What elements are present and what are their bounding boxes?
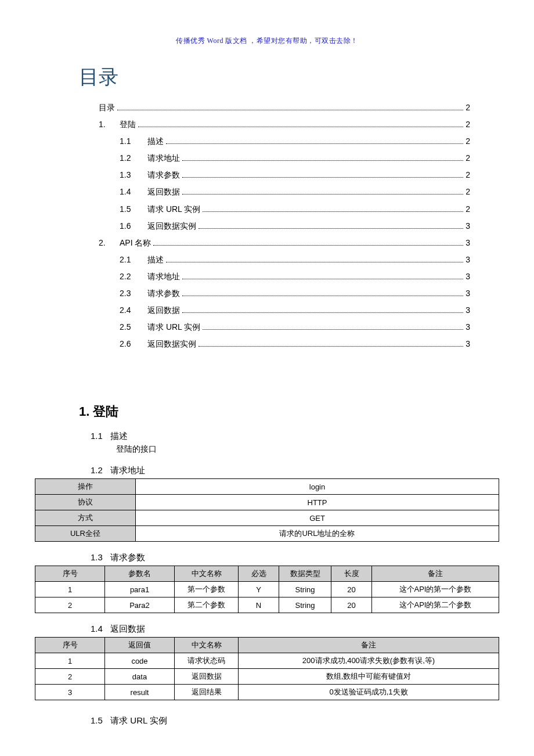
request-address-table: 操作 login 协议 HTTP 方式 GET ULR全径 请求的URL地址的全…: [35, 478, 499, 542]
return-cell-name: data: [105, 669, 175, 685]
toc-item-label: 描述: [147, 253, 164, 267]
toc-leader-dots: [182, 157, 463, 161]
section-1-1-heading: 1.1 描述: [91, 431, 499, 442]
toc-item[interactable]: 目录2: [99, 101, 470, 114]
return-header-cn: 中文名称: [175, 638, 239, 653]
toc-item[interactable]: 1.1描述2: [99, 135, 470, 148]
addr-header-protocol: 协议: [35, 495, 136, 510]
toc-item[interactable]: 1.登陆2: [99, 118, 470, 131]
toc-item[interactable]: 1.4返回数据2: [99, 185, 470, 199]
param-cell-cn: 第一个参数: [175, 582, 239, 597]
return-cell-name: code: [105, 653, 175, 669]
toc-item-label: 返回数据: [147, 185, 180, 199]
toc-leader-dots: [203, 208, 463, 212]
param-cell-len: 20: [331, 582, 372, 597]
return-cell-note: 0发送验证码成功,1失败: [239, 685, 499, 700]
toc-leader-dots: [182, 309, 463, 314]
table-row: 操作 login: [35, 479, 499, 495]
header-banner: 传播优秀 Word 版文档 ，希望对您有帮助，可双击去除！: [0, 36, 534, 46]
toc-item[interactable]: 2.1描述3: [99, 253, 470, 267]
toc-item-page: 3: [466, 337, 470, 351]
section-1-2-heading: 1.2 请求地址: [91, 465, 499, 476]
toc-item-number: 1.6: [120, 219, 147, 233]
return-cell-cn: 请求状态码: [175, 653, 239, 669]
param-header-name: 参数名: [105, 566, 175, 582]
toc-leader-dots: [182, 174, 463, 178]
toc-item-label: API 名称: [120, 236, 151, 250]
section-number: 1.1: [91, 431, 108, 441]
section-label: 描述: [110, 431, 128, 441]
toc-item[interactable]: 2.3请求参数3: [99, 287, 470, 300]
table-row: 1code请求状态码200请求成功,400请求失败(参数有误,等): [35, 653, 499, 669]
table-row: 协议 HTTP: [35, 495, 499, 510]
toc-item[interactable]: 2.API 名称3: [99, 236, 470, 250]
toc-leader-dots: [182, 292, 463, 296]
toc-item-label: 请求参数: [147, 287, 180, 300]
param-cell-cn: 第二个参数: [175, 597, 239, 613]
param-header-no: 序号: [35, 566, 105, 582]
toc-item-page: 3: [466, 304, 470, 317]
return-header-note: 备注: [239, 638, 499, 653]
param-cell-no: 1: [35, 582, 105, 597]
return-cell-note: 200请求成功,400请求失败(参数有误,等): [239, 653, 499, 669]
return-cell-note: 数组,数组中可能有键值对: [239, 669, 499, 685]
document-page: 传播优秀 Word 版文档 ，希望对您有帮助，可双击去除！ 目录 目录21.登陆…: [0, 0, 534, 756]
return-cell-name: result: [105, 685, 175, 700]
toc-item-page: 2: [466, 118, 470, 131]
section-1-1-description: 登陆的接口: [116, 444, 499, 455]
section-number: 1.5: [91, 715, 108, 725]
toc-item[interactable]: 2.6返回数据实例3: [99, 337, 470, 351]
toc-item[interactable]: 1.6返回数据实例3: [99, 219, 470, 233]
content-body: 1. 登陆 1.1 描述 登陆的接口 1.2 请求地址 操作 login 协议 …: [35, 403, 499, 726]
toc-item[interactable]: 1.5请求 URL 实例2: [99, 203, 470, 216]
return-header-no: 序号: [35, 638, 105, 653]
toc-item-number: 2.2: [120, 270, 147, 283]
toc-item[interactable]: 2.2请求地址3: [99, 270, 470, 283]
toc-leader-dots: [138, 124, 463, 128]
toc-item-page: 3: [466, 253, 470, 267]
toc-item-page: 2: [466, 185, 470, 199]
param-header-type: 数据类型: [279, 566, 331, 582]
toc-item-number: 1.5: [120, 203, 147, 216]
toc-item-number: 1.: [99, 118, 120, 131]
param-header-required: 必选: [239, 566, 279, 582]
toc-item[interactable]: 1.3请求参数2: [99, 168, 470, 182]
param-cell-note: 这个API的第二个参数: [372, 597, 499, 613]
addr-header-method: 方式: [35, 510, 136, 526]
toc-item-label: 请求参数: [147, 168, 180, 182]
return-cell-cn: 返回结果: [175, 685, 239, 700]
table-row: ULR全径 请求的URL地址的全称: [35, 526, 499, 542]
toc-item-page: 3: [466, 287, 470, 300]
toc-item-label: 返回数据: [147, 304, 180, 317]
toc-item-page: 3: [466, 270, 470, 283]
section-label: 请求地址: [110, 465, 145, 475]
toc-leader-dots: [166, 258, 463, 262]
toc-item-number: 2.1: [120, 253, 147, 267]
toc-item-number: 2.: [99, 236, 120, 250]
table-row: 2data返回数据数组,数组中可能有键值对: [35, 669, 499, 685]
param-header-cn: 中文名称: [175, 566, 239, 582]
toc-item-label: 请求地址: [147, 270, 180, 283]
section-label: 请求参数: [110, 552, 145, 562]
toc-item[interactable]: 2.4返回数据3: [99, 304, 470, 317]
return-cell-cn: 返回数据: [175, 669, 239, 685]
toc-leader-dots: [199, 343, 463, 347]
toc-leader-dots: [117, 106, 463, 110]
table-header-row: 序号 返回值 中文名称 备注: [35, 638, 499, 653]
table-row: 2Para2第二个参数NString20这个API的第二个参数: [35, 597, 499, 613]
section-number: 1.3: [91, 552, 108, 562]
request-params-table: 序号 参数名 中文名称 必选 数据类型 长度 备注 1para1第一个参数YSt…: [35, 566, 499, 613]
param-cell-name: Para2: [105, 597, 175, 613]
table-row: 1para1第一个参数YString20这个API的第一个参数: [35, 582, 499, 597]
toc-item-label: 目录: [99, 101, 115, 114]
toc-item-label: 请求地址: [147, 152, 180, 165]
toc-item-label: 请求 URL 实例: [147, 321, 200, 334]
toc-item-page: 2: [466, 135, 470, 148]
return-data-table: 序号 返回值 中文名称 备注 1code请求状态码200请求成功,400请求失败…: [35, 637, 499, 700]
toc-item-page: 3: [466, 321, 470, 334]
section-1-heading: 1. 登陆: [79, 403, 499, 420]
toc-leader-dots: [182, 191, 463, 195]
addr-header-operation: 操作: [35, 479, 136, 495]
toc-item[interactable]: 1.2请求地址2: [99, 152, 470, 165]
toc-item[interactable]: 2.5请求 URL 实例3: [99, 321, 470, 334]
